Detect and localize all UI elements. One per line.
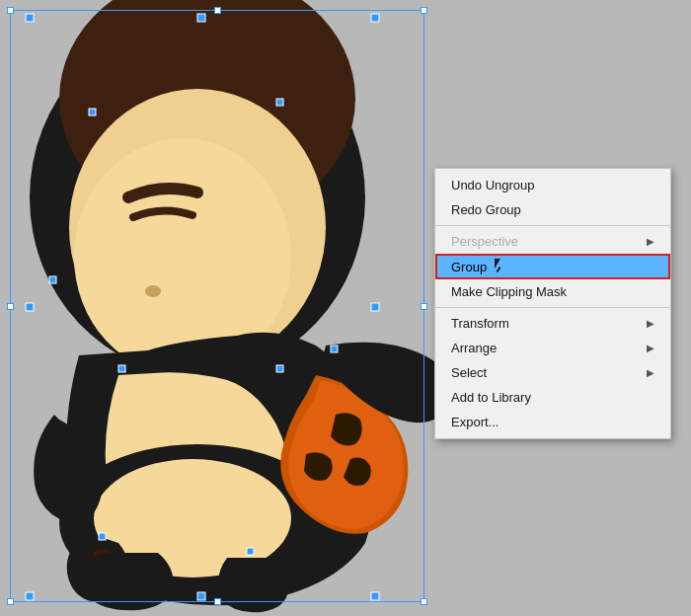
menu-separator-1 [435,225,670,226]
menu-item-arrange[interactable]: Arrange ▶ [435,336,670,360]
svg-point-4 [109,262,217,331]
svg-point-5 [145,285,161,297]
menu-item-export[interactable]: Export... [435,410,670,434]
svg-rect-11 [26,303,34,311]
menu-item-select[interactable]: Select ▶ [435,360,670,385]
svg-rect-19 [331,346,338,352]
menu-separator-2 [435,307,670,308]
menu-item-label: Select [451,365,487,380]
svg-rect-13 [26,592,34,600]
svg-rect-14 [197,592,205,600]
svg-rect-8 [26,14,34,22]
illustration [0,0,454,616]
svg-rect-23 [247,548,254,555]
svg-rect-12 [371,303,379,311]
cursor-icon [495,259,506,274]
submenu-arrow-icon: ▶ [647,236,654,247]
menu-item-perspective[interactable]: Perspective ▶ [435,229,670,254]
svg-rect-10 [371,14,379,22]
svg-rect-20 [118,365,125,372]
menu-item-label: Make Clipping Mask [451,284,567,299]
menu-item-label: Arrange [451,341,497,355]
svg-rect-18 [49,276,56,283]
menu-item-label: Redo Group [451,202,521,217]
svg-rect-22 [99,533,106,540]
submenu-arrow-icon: ▶ [647,318,654,329]
menu-item-redo-group[interactable]: Redo Group [435,197,670,222]
svg-rect-9 [197,14,205,22]
menu-item-label: Transform [451,316,509,331]
menu-item-group[interactable]: Group [435,254,670,279]
svg-rect-16 [89,109,96,116]
menu-item-undo-ungroup[interactable]: Undo Ungroup [435,173,670,197]
submenu-arrow-icon: ▶ [647,343,654,353]
svg-rect-15 [371,592,379,600]
menu-item-transform[interactable]: Transform ▶ [435,311,670,336]
svg-rect-17 [276,99,283,106]
menu-item-label: Perspective [451,234,518,249]
menu-item-label: Group [451,260,487,274]
menu-item-label: Add to Library [451,390,531,405]
context-menu: Undo Ungroup Redo Group Perspective ▶ Gr… [434,168,671,439]
menu-item-make-clipping-mask[interactable]: Make Clipping Mask [435,279,670,304]
svg-rect-21 [276,365,283,372]
menu-item-label: Undo Ungroup [451,178,535,192]
menu-item-label: Export... [451,415,499,429]
submenu-arrow-icon: ▶ [647,367,654,378]
canvas-area: Undo Ungroup Redo Group Perspective ▶ Gr… [0,0,691,616]
menu-item-add-to-library[interactable]: Add to Library [435,385,670,410]
